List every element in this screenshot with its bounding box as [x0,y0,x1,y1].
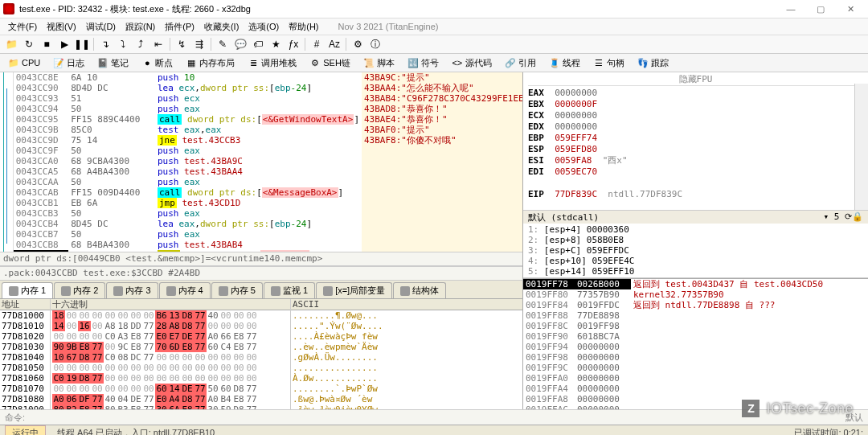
about-icon[interactable]: ⓘ [367,36,383,52]
trace-over-icon[interactable]: ⇶ [191,36,207,52]
bytes-cell[interactable]: 68 B4BA4300 [68,240,155,250]
menu-plugins[interactable]: 插件(P) [160,19,199,35]
reg-row[interactable]: EDI 0059EC70 [528,166,863,178]
tab-callstack[interactable]: ≣调用堆栈 [243,55,301,71]
labels-icon[interactable]: 🏷 [250,36,266,52]
maximize-button[interactable]: ▢ [806,1,835,17]
tab-threads[interactable]: 🧵线程 [544,55,585,71]
asm-cell[interactable]: push ecx [155,93,362,104]
asm-cell[interactable]: push eax [155,104,362,114]
tab-breakpoints[interactable]: ●断点 [137,55,178,71]
stack-val[interactable]: 00000000 [575,352,631,363]
stack-val[interactable]: 77357B90 [575,289,631,300]
dump-ascii[interactable]: ....À£èwàçÞw fèw [291,331,522,342]
reg-row[interactable]: EDX 00000000 [528,121,863,133]
close-button[interactable]: ✕ [836,1,865,17]
dump-addr[interactable]: 77D81050 [0,363,50,373]
addr-cell[interactable]: 0043CCB8 [14,240,69,250]
bytes-cell[interactable]: 85C0 [68,125,155,135]
dump-addr[interactable]: 77D81040 [0,352,50,363]
tab-source[interactable]: <>源代码 [447,55,497,71]
dump-ascii[interactable]: ........`.ÞwP`Øw [291,384,522,394]
asm-cell[interactable]: push eax [155,146,362,156]
addr-cell[interactable]: 0043CC94 [14,104,69,114]
tab-references[interactable]: 🔗引用 [500,55,541,71]
bytes-cell[interactable]: 75 14 [68,135,155,146]
stack-val[interactable]: 00000000 [575,373,631,384]
patches-icon[interactable]: ✎ [215,36,231,52]
dump-hex[interactable]: 909BE877009CE877706DE87760C4E877 [51,342,290,352]
command-input[interactable] [30,412,841,423]
bytes-cell[interactable]: 6A 10 [68,72,155,83]
trace-into-icon[interactable]: ↯ [174,36,190,52]
menu-favorites[interactable]: 收藏夹(I) [199,19,244,35]
comment-cell[interactable]: 43BAF0:"提示" [362,125,522,135]
search-icon[interactable]: Az [326,36,342,52]
addr-cell[interactable]: 0043CC95 [14,114,69,125]
stack-cmt[interactable]: kernel32.77357B90 [631,289,868,300]
bytes-cell[interactable]: 50 [68,229,155,240]
stack-val[interactable]: 0019FFDC [575,300,631,310]
stack-addr[interactable]: 0019FF88 [523,310,575,321]
dump-hex[interactable]: C019D877000000000000000000000000 [51,373,290,384]
menu-view[interactable]: 视图(V) [42,19,81,35]
addr-cell[interactable]: 0043CC9B [14,125,69,135]
dump-addr[interactable]: 77D81000 [0,310,50,321]
dump-addr[interactable]: 77D81090 [0,404,50,409]
reg-row[interactable]: ESP 059EFD80 [528,144,863,155]
tab-trace[interactable]: 👣跟踪 [633,55,674,71]
step-over-icon[interactable]: ⤵ [115,36,131,52]
tab-log[interactable]: 📝日志 [48,55,89,71]
tab-seh[interactable]: ⚙SEH链 [305,55,355,71]
stack-addr[interactable]: 0019FF9C [523,363,575,373]
bookmarks-icon[interactable]: ★ [268,36,284,52]
stack-val[interactable]: 00000000 [575,342,631,352]
dump-ascii[interactable]: ..èw..èwpmèw`Äèw [291,342,522,352]
run-icon[interactable]: ▶ [56,36,72,52]
asm-cell[interactable]: call dword ptr ds:[<&MessageBoxA>] [155,187,362,198]
bytes-cell[interactable]: 50 [68,177,155,187]
stack-cmt[interactable]: 返回到 ntdll.77DE8898 自 ??? [631,300,868,310]
dump-hex[interactable]: 1067D877C008DC770000000000000000 [51,352,290,363]
pause-icon[interactable]: ❚❚ [74,36,90,52]
addr-cell[interactable]: 0043CC9F [14,146,69,156]
stack-val[interactable]: 6018BC7A [575,331,631,342]
dump-ascii[interactable]: .²èw.³èw0jèw0YØw [291,404,522,409]
dump-hex[interactable]: 00000000C0A3E877E0E7DE77A066E877 [51,331,290,342]
menu-help[interactable]: 帮助(H) [284,19,323,35]
bytes-cell[interactable]: 50 [68,104,155,114]
comment-cell[interactable]: 43BA9C:"提示" [362,72,522,83]
addr-cell[interactable]: 0043CCA5 [14,166,69,177]
dump-hex[interactable]: 00000000000000000000000000000000 [51,363,290,373]
tab-notes[interactable]: 📓笔记 [92,55,133,71]
dump-ascii[interactable]: À.Øw............ [291,373,522,384]
reg-row[interactable]: ESI 0059FA8 "酉x" [528,155,863,166]
addr-cell[interactable]: 0043CCB4 [14,219,69,229]
bytes-cell[interactable]: 8D4D DC [68,83,155,93]
asm-cell[interactable]: push test.43BAB4 [155,240,362,250]
stack-val[interactable]: 00000000 [575,363,631,373]
dump-tab[interactable]: 内存 3 [106,282,158,298]
asm-cell[interactable]: lea eax,dword ptr ss:[ebp-24] [155,219,362,229]
minimize-button[interactable]: — [776,1,805,17]
bytes-cell[interactable]: FF15 009D4400 [68,187,155,198]
stack-addr[interactable]: 0019FFAC [523,404,575,409]
asm-cell[interactable]: test eax,eax [155,125,362,135]
stack-val[interactable]: 00000000 [575,384,631,394]
stack-val[interactable]: 0019FF98 [575,321,631,331]
bytes-cell[interactable]: FF15 889C4400 [68,114,155,125]
stack-addr[interactable]: 0019FF80 [523,289,575,300]
stack-addr[interactable]: 0019FF90 [523,331,575,342]
asm-cell[interactable]: push eax [155,229,362,240]
addr-cell[interactable]: 0043CC8E [14,72,69,83]
asm-cell[interactable]: call dword ptr ds:[<&GetWindowTextA>] [155,114,362,125]
comments-icon[interactable]: 💬 [232,36,248,52]
stop-icon[interactable]: ■ [39,36,55,52]
stack-panel[interactable]: 0019FF780019FF800019FF840019FF880019FF8C… [523,278,868,409]
dump-tab[interactable]: 结构体 [393,282,446,298]
dump-tab[interactable]: [x=]局部变量 [316,282,392,298]
addr-cell[interactable]: 0043CCA0 [14,156,69,166]
menu-options[interactable]: 选项(O) [244,19,284,35]
asm-cell[interactable]: push eax [155,208,362,219]
dump-hex[interactable]: 00000000000000006014DE775060D877 [51,384,290,394]
